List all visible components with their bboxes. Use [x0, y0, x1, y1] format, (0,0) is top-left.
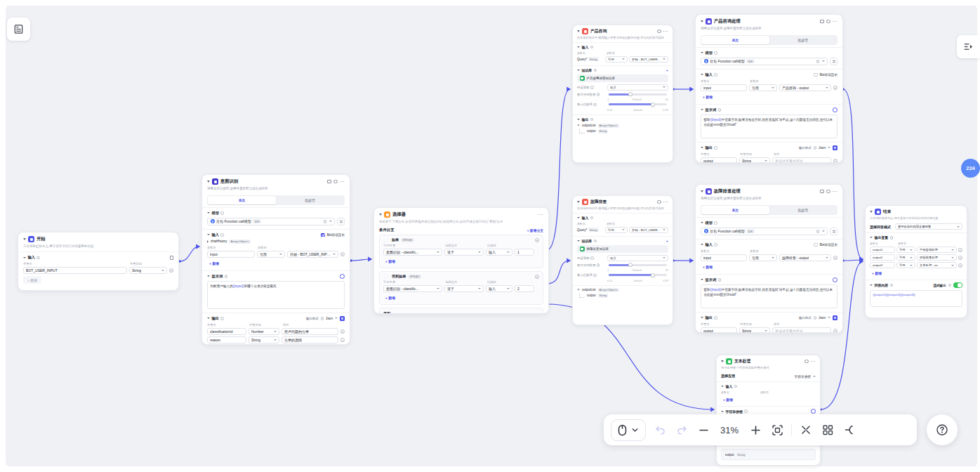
remove-branch-icon[interactable]	[535, 238, 539, 242]
add-param-button[interactable]: + 新增	[207, 260, 221, 267]
model-select[interactable]: 豆包·Function call模型32K	[207, 218, 335, 225]
ref-type-select[interactable]: 引用	[896, 254, 915, 261]
section-collapse-icon[interactable]	[701, 244, 703, 245]
drag-handle-icon[interactable]: ⋮	[536, 250, 540, 254]
remove-row-icon[interactable]	[833, 329, 837, 333]
layout-button[interactable]	[820, 422, 835, 438]
more-icon[interactable]	[538, 214, 543, 216]
bot-history-checkbox[interactable]	[814, 73, 818, 77]
drag-handle-icon[interactable]: ⋮⋮	[383, 275, 390, 279]
knowledge-item[interactable]: 故障排查知识库	[577, 245, 668, 253]
more-icon[interactable]	[663, 31, 668, 32]
output-var-name-input[interactable]: output1	[870, 247, 895, 253]
fit-view-button[interactable]	[769, 422, 785, 438]
output-name-input[interactable]: output	[701, 327, 737, 333]
node-end[interactable]: 结束 工作流的最终节点,用于返回工作流运行后的结果信息 选择回答模式 使用设定的…	[865, 205, 967, 318]
stream-toggle[interactable]	[953, 282, 962, 288]
expand-icon[interactable]	[207, 240, 208, 243]
remove-row-icon[interactable]	[958, 263, 962, 268]
remove-row-icon[interactable]	[833, 86, 837, 90]
add-variable-button[interactable]: + 新增	[23, 276, 41, 284]
collapse-panel-button[interactable]	[957, 35, 980, 58]
model-select[interactable]: 豆包·Function call模型32K	[701, 228, 828, 235]
output-var-name-input[interactable]: output3	[870, 262, 895, 268]
remove-row-icon[interactable]	[958, 256, 962, 260]
model-settings-button[interactable]	[830, 228, 837, 235]
ref-value-select[interactable]: 开始 - BOT_USER_INPUT	[287, 251, 338, 258]
tab-batch[interactable]: 批处理	[769, 206, 837, 214]
concat-settings-icon[interactable]	[811, 409, 816, 414]
add-branch-button[interactable]: + 新增分支	[527, 228, 543, 232]
strategy-select[interactable]: 语义	[607, 84, 668, 91]
ref-value-select[interactable]: 故障排查 - output	[779, 254, 831, 261]
ref-value-select[interactable]: 产品咨询 - output	[779, 84, 831, 91]
collapse-icon[interactable]	[721, 360, 724, 362]
param-name-input[interactable]: input	[701, 254, 747, 261]
section-collapse-icon[interactable]	[701, 74, 703, 75]
section-collapse-icon[interactable]	[577, 70, 580, 71]
output-format-value[interactable]: Json	[326, 317, 333, 320]
section-collapse-icon[interactable]	[701, 222, 703, 223]
remove-row-icon[interactable]	[833, 256, 837, 260]
ref-type-select[interactable]: 引用	[749, 84, 777, 91]
section-collapse-icon[interactable]	[870, 237, 873, 238]
model-settings-button[interactable]	[830, 58, 837, 65]
section-collapse-icon[interactable]	[23, 257, 26, 258]
section-collapse-icon[interactable]	[207, 234, 210, 235]
node-kb-fault[interactable]: 故障排查 在选定的知识中,根据输入变量召回最匹配的信息,并以列表形式返回 输入 …	[572, 195, 673, 325]
condition-select[interactable]: 等于	[444, 249, 484, 256]
auto-arrange-button[interactable]	[842, 422, 857, 438]
node-llm-product[interactable]: 产品咨询处理 调用大语言模型,使用变量和提示词生成回复 单次 批处理 模型 豆包…	[695, 14, 843, 163]
section-collapse-icon[interactable]	[577, 46, 580, 48]
ref-var-select[interactable]: 意图识别 - classific...	[383, 249, 442, 256]
value-type-select[interactable]: 输入	[486, 285, 512, 292]
run-icon[interactable]	[804, 360, 809, 364]
section-collapse-icon[interactable]	[701, 147, 703, 148]
node-start[interactable]: 开始 工作流的起始节点,用于设定启动工作流需要的信息 输入 变量名变量类型 BO…	[18, 232, 179, 291]
remove-row-icon[interactable]	[169, 268, 173, 273]
run-icon[interactable]	[333, 180, 338, 184]
add-param-button[interactable]: + 新增	[721, 396, 735, 403]
collapse-icon[interactable]	[23, 238, 26, 240]
model-settings-button[interactable]	[337, 218, 345, 225]
run-icon[interactable]	[657, 29, 661, 34]
auto-generate-icon[interactable]	[340, 316, 345, 321]
add-condition-button[interactable]: + 新增	[383, 258, 397, 265]
max-recall-slider[interactable]	[609, 264, 667, 266]
add-condition-button[interactable]: + 新增	[383, 294, 397, 301]
ref-type-select[interactable]: 引用	[605, 227, 628, 233]
min-match-slider[interactable]	[609, 103, 667, 105]
value-type-select[interactable]: 输入	[486, 249, 512, 256]
collapse-icon[interactable]	[870, 211, 873, 213]
remove-branch-icon[interactable]	[535, 275, 539, 279]
bot-history-checkbox[interactable]	[814, 243, 818, 247]
prompt-optimize-icon[interactable]	[833, 107, 837, 112]
expand-icon[interactable]	[577, 289, 579, 291]
output-desc-input[interactable]: 分类的原因	[282, 336, 338, 343]
run-icon[interactable]	[826, 20, 830, 24]
more-icon[interactable]	[811, 361, 816, 362]
output-desc-input[interactable]: 请描述变量的用途	[772, 157, 831, 163]
notification-badge[interactable]: 224	[961, 159, 980, 178]
remove-row-icon[interactable]	[340, 338, 345, 342]
auto-generate-icon[interactable]	[833, 145, 837, 150]
more-icon[interactable]	[833, 191, 837, 192]
collapse-icon[interactable]	[379, 214, 382, 216]
ref-value-select[interactable]: 开始 - BOT_USER...	[629, 56, 668, 63]
node-text[interactable]: 文本处理 用于处理多个字符串类型变量的格式 选择应用 字符串拼接 输入 参数名参…	[716, 355, 821, 466]
pointer-mode-selector[interactable]	[611, 419, 646, 441]
expand-icon[interactable]	[577, 125, 579, 126]
tab-batch[interactable]: 批处理	[769, 36, 837, 44]
test-run-icon[interactable]	[327, 180, 331, 184]
collapse-icon[interactable]	[577, 201, 580, 203]
output-type-select[interactable]: String	[739, 157, 770, 163]
ref-var-select[interactable]: 意图识别 - classific...	[383, 285, 442, 292]
output-type-select[interactable]: Number	[249, 328, 279, 335]
tab-single[interactable]: 单次	[701, 206, 769, 214]
add-output-var-button[interactable]: + 新增	[870, 270, 884, 277]
variable-type-select[interactable]: String	[129, 267, 167, 274]
prompt-textarea[interactable]: 提取{{input}}中答案字段,如果没有此字段,则直接返回“对不起,这个问题暂…	[701, 114, 837, 138]
drag-handle-icon[interactable]: ⋮⋮	[383, 238, 390, 242]
output-format-value[interactable]: Json	[819, 316, 826, 320]
section-collapse-icon[interactable]	[701, 109, 703, 110]
